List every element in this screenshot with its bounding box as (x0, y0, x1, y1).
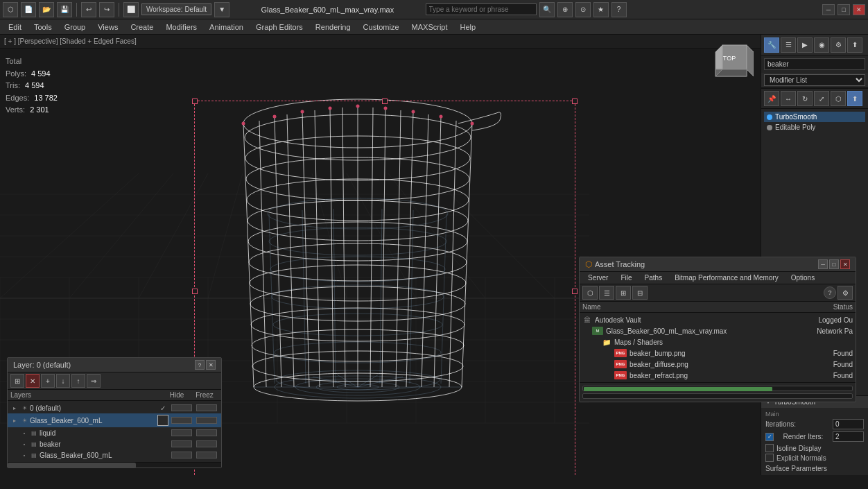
save-button[interactable]: 💾 (57, 2, 72, 17)
layer-merge-icon[interactable]: ⇒ (87, 374, 101, 388)
menu-help[interactable]: Help (455, 22, 482, 33)
layer-hide-0[interactable] (171, 404, 192, 411)
rpanel-hierarchy-icon[interactable]: ☰ (781, 37, 796, 53)
svg-line-54 (406, 112, 413, 387)
list-item[interactable]: Editable Poly (764, 122, 865, 132)
rpanel-motion-icon[interactable]: ▶ (797, 37, 813, 53)
table-row[interactable]: PNG beaker_bump.png Found (580, 348, 856, 359)
search-icon[interactable]: 🔍 (539, 2, 555, 17)
zoom-icon[interactable]: ⊙ (575, 2, 591, 17)
extra-transform-icon[interactable]: ⬆ (847, 91, 862, 106)
list-item[interactable]: ▪ ▤ liquid (17, 427, 221, 438)
maximize-button[interactable]: □ (837, 4, 850, 15)
layer-hide-liquid[interactable] (171, 429, 192, 436)
layer-hide-beaker[interactable] (171, 440, 192, 447)
ts-isoline-checkbox[interactable] (765, 444, 774, 452)
asset-settings-button[interactable]: ⚙ (837, 286, 853, 300)
layer-hide-glass2[interactable] (171, 452, 192, 458)
layer-hide-glass[interactable] (171, 417, 192, 424)
layer-up-icon[interactable]: ↑ (71, 374, 85, 388)
object-search-input[interactable] (764, 58, 865, 70)
layer-help-button[interactable]: ? (195, 360, 205, 370)
asset-menu-bitmap[interactable]: Bitmap Performance and Memory (669, 272, 784, 284)
rpanel-modify-icon[interactable]: 🔧 (764, 37, 779, 53)
menu-group[interactable]: Group (59, 22, 92, 33)
layer-freeze-glass2[interactable] (196, 452, 217, 458)
layer-down-icon[interactable]: ↓ (56, 374, 70, 388)
asset-menu-file[interactable]: File (615, 272, 637, 284)
layer-delete-icon[interactable]: ✕ (26, 374, 40, 388)
global-search-input[interactable] (426, 3, 537, 15)
layer-scrollbar[interactable] (8, 462, 221, 467)
menu-rendering[interactable]: Rendering (310, 22, 356, 33)
table-row[interactable]: 📁 Maps / Shaders (599, 336, 856, 348)
menu-create[interactable]: Create (125, 22, 159, 33)
table-row[interactable]: M Glass_Beaker_600_mL_max_vray.max Netwo… (589, 325, 856, 336)
list-item[interactable]: TurboSmooth (764, 112, 865, 122)
menu-animation[interactable]: Animation (204, 22, 249, 33)
table-row[interactable]: PNG beaker_refract.png Found (580, 370, 856, 381)
asset-tool-3[interactable]: ⊞ (616, 286, 631, 300)
asset-tool-4[interactable]: ⊟ (632, 286, 648, 300)
move-icon[interactable]: ↔ (781, 91, 796, 106)
toolbar-icon-1[interactable]: ⬜ (123, 2, 139, 17)
layer-add-icon[interactable]: + (41, 374, 55, 388)
table-row[interactable]: PNG beaker_diffuse.png Found (580, 359, 856, 370)
layer-close-button[interactable]: ✕ (206, 360, 216, 370)
layer-all-icon[interactable]: ⊞ (10, 374, 24, 388)
new-button[interactable]: 📄 (21, 2, 36, 17)
list-item[interactable]: ▪ ▤ beaker (17, 438, 221, 449)
open-button[interactable]: 📂 (39, 2, 54, 17)
workspace-button[interactable]: Workspace: Default (141, 3, 211, 15)
ts-render-iters-checkbox[interactable]: ✓ (765, 433, 774, 441)
pin-icon[interactable]: 📌 (764, 91, 779, 106)
rotate-icon[interactable]: ↻ (797, 91, 813, 106)
rpanel-utilities-icon[interactable]: ⚙ (831, 37, 846, 53)
asset-tool-2[interactable]: ☰ (599, 286, 614, 300)
table-row[interactable]: 🏛 Autodesk Vault Logged Ou (580, 314, 856, 325)
asset-menu-server[interactable]: Server (582, 272, 614, 284)
list-item[interactable]: ▸ ☀ Glass_Beaker_600_mL (8, 413, 221, 427)
asset-minimize-button[interactable]: ─ (818, 259, 828, 269)
viewport[interactable]: [ + ] [Perspective] [Shaded + Edged Face… (0, 35, 761, 475)
menu-tools[interactable]: Tools (28, 22, 58, 33)
close-button[interactable]: ✕ (853, 4, 865, 15)
menu-maxscript[interactable]: MAXScript (406, 22, 453, 33)
undo-button[interactable]: ↩ (81, 2, 96, 17)
asset-tool-1[interactable]: ⬡ (582, 286, 598, 300)
star-icon[interactable]: ★ (593, 2, 609, 17)
rpanel-display-icon[interactable]: ◉ (814, 37, 829, 53)
list-item[interactable]: ▸ ☀ 0 (default) ✓ (8, 402, 221, 413)
workspace-dropdown[interactable]: ▼ (214, 2, 229, 17)
asset-help-button[interactable]: ? (824, 286, 836, 299)
layer-scroll-thumb[interactable] (8, 463, 136, 468)
asset-maximize-button[interactable]: □ (829, 259, 839, 269)
squash-icon[interactable]: ⬡ (831, 91, 846, 106)
menu-graph-editors[interactable]: Graph Editors (250, 22, 309, 33)
ts-explicit-checkbox[interactable] (765, 454, 774, 462)
menu-customize[interactable]: Customize (358, 22, 405, 33)
menu-modifiers[interactable]: Modifiers (160, 22, 202, 33)
rpanel-extra-icon[interactable]: ⬆ (847, 37, 862, 53)
minimize-button[interactable]: ─ (822, 4, 835, 15)
app-icon[interactable]: ⬡ (3, 2, 18, 17)
list-item[interactable]: ▪ ▤ Glass_Beaker_600_mL (17, 449, 221, 461)
modifier-list-dropdown[interactable]: Modifier List (764, 74, 865, 86)
asset-menu-options[interactable]: Options (785, 272, 820, 284)
select-icon[interactable]: ⊕ (557, 2, 573, 17)
layer-freeze-liquid[interactable] (196, 429, 217, 436)
orientation-cube[interactable]: TOP (712, 42, 754, 83)
layer-freeze-beaker[interactable] (196, 440, 217, 447)
ts-iterations-input[interactable] (833, 419, 864, 429)
menu-views[interactable]: Views (92, 22, 123, 33)
menu-edit[interactable]: Edit (3, 22, 27, 33)
help-icon[interactable]: ? (611, 2, 627, 17)
asset-menu-paths[interactable]: Paths (639, 272, 668, 284)
redo-button[interactable]: ↪ (99, 2, 114, 17)
layer-freeze-0[interactable] (196, 404, 217, 411)
asset-close-button[interactable]: ✕ (840, 259, 850, 269)
scale-icon[interactable]: ⤢ (814, 91, 829, 106)
asset-max-status: Network Pa (783, 327, 853, 335)
ts-render-iters-input[interactable] (833, 431, 864, 442)
layer-freeze-glass[interactable] (196, 417, 217, 424)
